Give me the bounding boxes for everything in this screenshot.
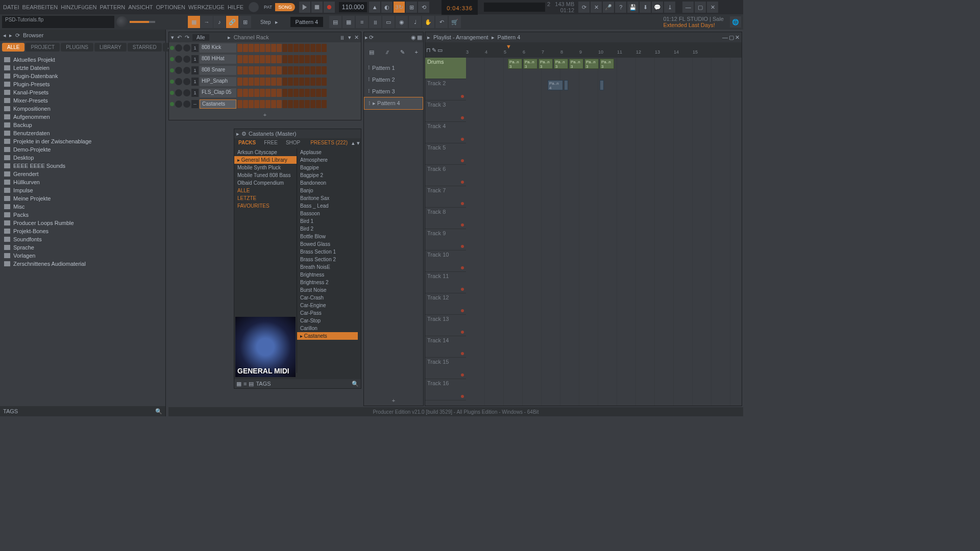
pack-item[interactable]: Mobile Synth Pluck [234,164,297,171]
channel-vol-knob[interactable] [183,89,190,96]
plst-min-icon[interactable]: ― [722,34,728,41]
footer-grid-icon[interactable]: ▦ [236,381,241,387]
preset-up-icon[interactable]: ▴ [351,138,356,148]
time-display[interactable]: 0:04:336 [442,0,478,15]
channel-led[interactable] [170,68,174,72]
step-cell[interactable] [310,44,315,52]
tree-item[interactable]: Impulse [0,186,165,194]
step-cell[interactable] [310,66,315,74]
search-icon[interactable]: 🔍 [155,408,162,415]
channel-vol-knob[interactable] [183,44,190,52]
footer-list-icon[interactable]: ≡ [243,381,247,387]
channel-route[interactable]: 1 [191,89,199,97]
browser-shortcut[interactable]: ⊞ [239,16,251,28]
step-cell[interactable] [249,55,254,63]
track-header[interactable]: Drums [425,58,466,79]
step-cell[interactable] [254,55,259,63]
pack-item[interactable]: FAVOURITES [234,202,297,210]
track-mute-dot[interactable] [461,245,464,248]
track-header[interactable]: Track 7 [425,186,466,208]
switch-icon[interactable]: ✕ [591,2,602,13]
channel-led[interactable] [170,102,174,106]
step-cell[interactable] [305,44,310,52]
step-cell[interactable] [254,100,259,108]
preset-item[interactable]: Breath NoisE [297,263,358,271]
step-cell[interactable] [260,55,265,63]
chat-icon[interactable]: 💬 [652,2,663,13]
browser-tab-library[interactable]: LIBRARY [94,43,127,52]
cr-close-icon[interactable]: ✕ [354,34,359,41]
step-cell[interactable] [265,44,271,52]
channel-led[interactable] [170,80,174,84]
channel-pan-knob[interactable] [175,44,182,52]
step-cell[interactable] [288,66,293,74]
step-cell[interactable] [243,55,248,63]
step-cell[interactable] [243,100,248,108]
tree-item[interactable]: Aufgenommen [0,113,165,121]
clip[interactable]: Pa..n 3 [538,59,553,69]
tree-item[interactable]: Hüllkurven [0,178,165,186]
tree-item[interactable]: Meine Projekte [0,194,165,203]
channel-pan-knob[interactable] [175,89,182,96]
preset-item[interactable]: Burst Noise [297,286,358,294]
tree-item[interactable]: Kompositionen [0,105,165,113]
wait-icon[interactable]: ◐ [381,2,393,13]
track-mute-dot[interactable] [461,373,464,377]
news-panel[interactable]: 01:12 FL STUDIO | Sale Extended Last Day… [663,16,724,28]
channel-pan-knob[interactable] [175,101,182,108]
playlist-ruler[interactable]: ⊓ ✎ ▭ 3456789101112131415 ▼ [425,42,742,58]
tree-item[interactable]: Gerendert [0,170,165,178]
menu-file[interactable]: DATEI [2,3,20,11]
track-mute-dot[interactable] [461,159,464,162]
plst-close-icon[interactable]: ✕ [735,34,740,41]
overdub-icon[interactable]: ⊞ [406,2,417,13]
step-cell[interactable] [299,100,304,108]
track-header[interactable]: Track 9 [425,229,466,251]
clip[interactable]: Pa..n 3 [600,59,614,69]
channel-name-button[interactable]: Castanets [200,99,236,109]
channel-vol-knob[interactable] [183,67,190,74]
pattern-item[interactable]: ⁝Pattern 3 [364,85,423,97]
step-cell[interactable] [282,66,287,74]
tree-item[interactable]: Sprache [0,243,165,252]
step-cell[interactable] [254,89,259,97]
preset-menu-icon[interactable]: ▸ [236,131,239,137]
close-button[interactable]: ✕ [707,2,718,13]
view-browser[interactable]: ▭ [382,16,395,28]
step-cell[interactable] [322,55,327,63]
channel-pan-knob[interactable] [175,67,182,74]
track-mute-dot[interactable] [461,223,464,227]
step-cell[interactable] [282,55,287,63]
step-cell[interactable] [243,78,248,86]
cr-menu-icon[interactable]: ▾ [171,34,174,41]
tree-item[interactable]: Plugin-Datenbank [0,72,165,80]
pl-opt1-icon[interactable]: ◉ [411,34,416,41]
step-cell[interactable] [322,100,327,108]
step-cell[interactable] [282,44,287,52]
playlist-pattern[interactable]: Pattern 4 [498,34,521,40]
pack-item[interactable]: ▸ General Midi Library [234,156,297,164]
channel-name-button[interactable]: 808 HiHat [200,55,236,64]
preset-item[interactable]: Baritone Sax [297,194,358,202]
view-playlist[interactable]: ▤ [329,16,341,28]
step-cell[interactable] [277,66,282,74]
view-channelrack[interactable]: ≡ [356,16,368,28]
view-undo[interactable]: ↶ [435,16,448,28]
stop-button[interactable] [311,2,323,13]
magnet-icon[interactable]: ⊓ [426,47,431,54]
channel-rack-shortcut[interactable]: ♪ [213,16,226,28]
step-cell[interactable] [310,89,315,97]
preset-item[interactable]: Brightness [297,271,358,279]
step-cell[interactable] [237,100,242,108]
track-mute-dot[interactable] [461,331,464,334]
pack-item[interactable]: ALLE [234,187,297,194]
channel-pan-knob[interactable] [175,56,182,63]
track-header[interactable]: Track 11 [425,272,466,293]
step-cell[interactable] [271,89,276,97]
step-cell[interactable] [260,44,265,52]
pattern-item[interactable]: ⁝Pattern 2 [364,73,423,85]
channel-led[interactable] [170,57,174,61]
clip[interactable]: Pa..n 3 [523,59,537,69]
step-cell[interactable] [299,78,304,86]
channel-vol-knob[interactable] [183,101,190,108]
